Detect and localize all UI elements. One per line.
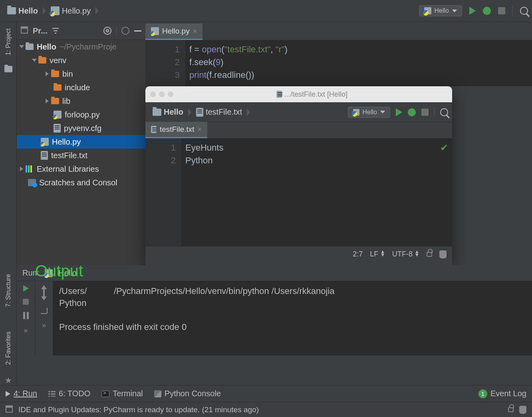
libraries-icon	[26, 165, 34, 173]
editor-tabs: Hello.py ×	[145, 22, 532, 40]
gutter-favorites-tab[interactable]: 2: Favorites	[5, 329, 12, 367]
cursor-position[interactable]: 2:7	[353, 250, 363, 258]
editor-tab-label: Hello.py	[162, 27, 190, 36]
tool-python-console[interactable]: Python Console	[154, 389, 221, 398]
top-navigation-bar: Hello Hello.py Hello	[0, 0, 532, 22]
python-file-icon	[41, 138, 49, 146]
popup-run-button[interactable]	[396, 108, 402, 116]
editor-tab-hello[interactable]: Hello.py ×	[145, 24, 202, 40]
tree-file-hello[interactable]: Hello.py	[17, 135, 145, 149]
tree-folder-lib[interactable]: lib	[17, 94, 145, 108]
tree-root[interactable]: Hello ~/PycharmProje	[17, 40, 145, 54]
popup-breadcrumb-project[interactable]: Hello	[149, 107, 187, 117]
gutter-structure-tab[interactable]: 7: Structure	[5, 272, 12, 310]
arrow-down-icon[interactable]	[41, 296, 47, 300]
tool-event-log[interactable]: 1 Event Log	[478, 389, 526, 398]
close-tab-icon[interactable]: ×	[193, 27, 197, 36]
more-icon[interactable]: »	[24, 326, 28, 335]
tree-folder-bin[interactable]: bin	[17, 67, 145, 81]
popup-run-config-label: Hello	[363, 109, 377, 116]
tree-file-testfile[interactable]: testFile.txt	[17, 149, 145, 162]
tree-scratches[interactable]: Scratches and Consol	[17, 176, 145, 189]
expand-arrow-icon[interactable]	[46, 99, 49, 103]
tree-label: include	[65, 83, 90, 92]
run-output[interactable]: /Users/ /PycharmProjects/Hello/venv/bin/…	[53, 281, 532, 355]
breadcrumb-file[interactable]: Hello.py	[48, 6, 94, 16]
expand-arrow-icon[interactable]	[46, 71, 49, 76]
run-button[interactable]	[469, 7, 476, 15]
line-separator[interactable]: LF ▲▼	[370, 250, 385, 258]
tool-run[interactable]: 4: Run	[6, 389, 37, 398]
window-close-icon[interactable]	[150, 91, 156, 97]
tree-external-libraries[interactable]: External Libraries	[17, 162, 145, 176]
folder-icon[interactable]	[4, 66, 12, 72]
popup-stop-button[interactable]	[421, 109, 429, 116]
window-minimize-icon[interactable]	[159, 91, 165, 97]
tool-todo[interactable]: 6: TODO	[48, 389, 90, 398]
run-panel-header: Run: Hello	[17, 265, 532, 281]
folder-icon	[7, 7, 16, 14]
target-icon[interactable]	[103, 27, 111, 35]
expand-arrow-icon[interactable]	[19, 45, 24, 48]
tool-terminal[interactable]: Terminal	[101, 389, 143, 398]
popup-debug-button[interactable]	[408, 108, 416, 116]
stop-button[interactable]	[498, 7, 505, 14]
output-annotation: Output	[35, 262, 83, 280]
debug-button[interactable]	[483, 7, 491, 15]
popup-search-button[interactable]	[440, 108, 448, 116]
tree-label: Scratches and Consol	[39, 178, 117, 187]
popup-code-editor[interactable]: 1 2 EyeHunts✔ Python	[145, 138, 452, 246]
wrap-icon[interactable]	[40, 308, 48, 314]
stop-button[interactable]	[23, 299, 29, 305]
gutter-project-tab[interactable]: 1: Project	[5, 26, 12, 58]
code-content[interactable]: f = open("testFile.txt", "r") f.seek(9) …	[185, 40, 532, 86]
lock-icon[interactable]	[427, 252, 432, 257]
search-button[interactable]	[520, 7, 528, 15]
checkmark-icon: ✔	[440, 141, 448, 154]
inspector-icon[interactable]	[439, 250, 447, 258]
gear-icon[interactable]	[121, 27, 129, 35]
popup-run-config-selector[interactable]: Hello	[348, 107, 390, 118]
lock-icon[interactable]	[508, 407, 514, 412]
inspector-icon[interactable]	[519, 406, 526, 414]
python-icon	[154, 390, 161, 397]
folder-icon	[54, 84, 62, 91]
tree-file-pyvenv[interactable]: pyvenv.cfg	[17, 121, 145, 135]
window-maximize-icon[interactable]	[168, 91, 173, 97]
folder-icon	[51, 71, 59, 77]
popup-content[interactable]: EyeHunts✔ Python	[181, 138, 452, 246]
more-icon[interactable]: »	[42, 321, 46, 330]
minimize-icon[interactable]	[134, 30, 141, 32]
tree-label: testFile.txt	[51, 151, 87, 160]
close-tab-icon[interactable]: ×	[198, 125, 202, 134]
breadcrumb-project[interactable]: Hello	[4, 6, 41, 16]
tree-label: lib	[62, 97, 70, 106]
line-number: 3	[145, 69, 180, 81]
popup-line: EyeHunts	[185, 141, 223, 154]
tree-file-forloop[interactable]: forloop.py	[17, 108, 145, 121]
tree-folder-venv[interactable]: venv	[17, 54, 145, 67]
popup-breadcrumb-file[interactable]: testFile.txt	[193, 107, 245, 117]
star-icon[interactable]: ★	[5, 375, 12, 385]
encoding[interactable]: UTF-8 ▲▼	[392, 250, 419, 258]
separator	[434, 107, 435, 117]
tree-folder-include[interactable]: include	[17, 81, 145, 94]
python-file-icon	[51, 6, 60, 15]
filter-icon[interactable]	[52, 28, 59, 34]
chevron-down-icon	[452, 10, 457, 12]
run-tools-right: »	[35, 281, 53, 355]
gear-icon[interactable]	[513, 270, 520, 277]
popup-tab-label: testFile.txt	[160, 125, 195, 134]
pause-button[interactable]	[23, 312, 29, 319]
code-editor[interactable]: 1 2 3 f = open("testFile.txt", "r") f.se…	[145, 40, 532, 86]
popup-editor-tab[interactable]: testFile.txt ×	[145, 122, 207, 138]
expand-arrow-icon[interactable]	[32, 59, 37, 62]
arrow-up-icon[interactable]	[41, 285, 47, 289]
python-file-icon	[151, 27, 159, 35]
rerun-button[interactable]	[23, 285, 29, 292]
popup-titlebar[interactable]: .../testFile.txt [Hello]	[145, 86, 452, 102]
expand-arrow-icon[interactable]	[20, 167, 23, 171]
window-icon[interactable]	[6, 407, 13, 413]
run-configuration-selector[interactable]: Hello	[419, 5, 462, 16]
line-number: 2	[145, 56, 180, 69]
